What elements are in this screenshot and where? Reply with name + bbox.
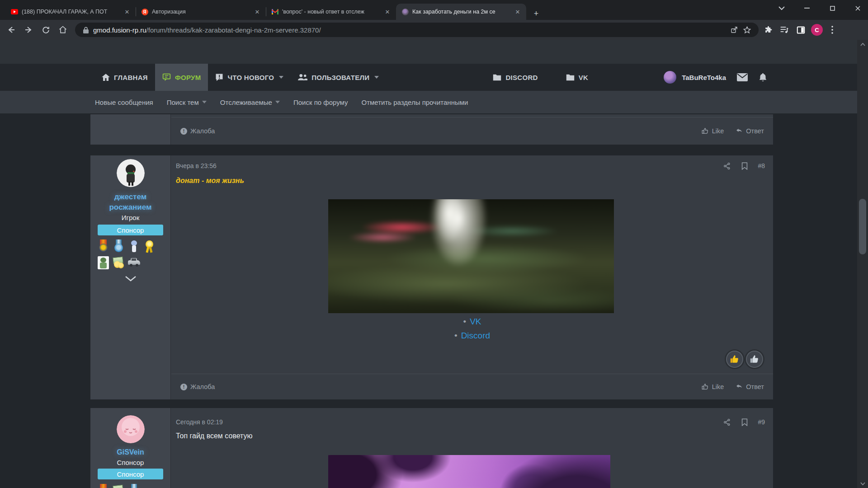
vk-link[interactable]: VK <box>470 317 481 326</box>
sponsor-badge: Спонсор <box>98 469 163 479</box>
discord-link[interactable]: Discord <box>461 331 490 340</box>
attachment-image-purple-anime[interactable] <box>328 455 610 488</box>
media-queue-extension-icon[interactable] <box>778 23 791 37</box>
subnav-mark-read[interactable]: Отметить разделы прочитанными <box>361 99 468 106</box>
money-coins-icon <box>112 256 125 270</box>
folder-icon <box>493 74 501 81</box>
tab-title: 'вопрос' - новый ответ в отслеж <box>282 9 380 15</box>
scrollbar-thumb[interactable] <box>859 199 866 254</box>
tab-gmail[interactable]: 'вопрос' - новый ответ в отслеж ✕ <box>266 4 396 20</box>
tab-title: Как заработать деньги на 2м се <box>412 9 510 15</box>
author-role: Игрок <box>90 214 170 221</box>
reload-button[interactable] <box>39 23 52 37</box>
post-header: Сегодня в 02:19 #9 <box>176 417 765 427</box>
tab-close-icon[interactable]: ✕ <box>253 8 261 16</box>
window-close-button[interactable] <box>847 0 868 16</box>
post-timestamp[interactable]: Сегодня в 02:19 <box>176 418 223 426</box>
new-tab-button[interactable]: + <box>530 7 542 20</box>
window-maximize-button[interactable] <box>822 0 843 16</box>
current-username[interactable]: TaBuReTo4ka <box>682 74 726 81</box>
bookmark-star-icon[interactable] <box>741 23 753 36</box>
bookmark-icon[interactable] <box>741 162 748 170</box>
avatar[interactable] <box>117 415 145 443</box>
money-coins-icon <box>112 484 125 488</box>
tab-close-icon[interactable]: ✕ <box>514 8 522 16</box>
nav-item-forum[interactable]: ФОРУМ <box>155 64 208 91</box>
post-timestamp[interactable]: Вчера в 23:56 <box>176 162 217 169</box>
reply-link[interactable]: Ответ <box>736 383 764 390</box>
browser-window: (188) ПРОКАЧАЛ ГАРАЖ, А ПОТ ✕ Я Авториза… <box>0 0 868 488</box>
like-link[interactable]: Like <box>702 127 724 135</box>
url-host: gmod.fusion-rp.ru <box>93 26 146 34</box>
home-icon <box>102 74 110 81</box>
gmail-favicon-icon <box>271 8 278 15</box>
tab-close-icon[interactable]: ✕ <box>383 8 392 16</box>
nav-item-discord[interactable]: DISCORD <box>486 64 545 91</box>
post-body-text: Топ гайд всем советую <box>176 432 253 440</box>
post-number[interactable]: #8 <box>758 162 765 169</box>
report-link[interactable]: ! Жалоба <box>180 383 215 390</box>
bookmark-icon[interactable] <box>741 418 748 426</box>
inbox-envelope-icon[interactable] <box>737 73 748 81</box>
tab-forum-active[interactable]: Как заработать деньги на 2м се ✕ <box>396 4 526 20</box>
window-minimize-button[interactable] <box>797 0 817 16</box>
url-text[interactable]: gmod.fusion-rp.ru/forum/threads/kak-zara… <box>93 26 728 34</box>
chevron-down-icon <box>374 76 379 79</box>
expand-chevron-icon[interactable] <box>90 276 170 282</box>
nav-item-home[interactable]: ГЛАВНАЯ <box>94 64 155 91</box>
url-path: /forum/threads/kak-zarabotat-dengi-na-2m… <box>146 26 321 34</box>
share-nodes-icon[interactable] <box>723 162 731 170</box>
thumb-up-icon <box>702 127 709 135</box>
subnav-new-posts[interactable]: Новые сообщения <box>95 99 153 106</box>
nav-item-whats-new[interactable]: ЧТО НОВОГО <box>208 64 291 91</box>
address-bar[interactable]: gmod.fusion-rp.ru/forum/threads/kak-zara… <box>75 23 759 37</box>
tab-close-icon[interactable]: ✕ <box>123 8 131 16</box>
post-title-text: донат - моя жизнь <box>176 177 244 185</box>
tab-youtube[interactable]: (188) ПРОКАЧАЛ ГАРАЖ, А ПОТ ✕ <box>5 4 136 20</box>
home-button[interactable] <box>56 23 70 37</box>
pepe-figure-icon <box>97 256 110 270</box>
nav-item-users[interactable]: ПОЛЬЗОВАТЕЛИ <box>291 64 386 91</box>
chevron-down-icon <box>202 101 207 103</box>
post-author-name[interactable]: GiSVein <box>90 448 170 457</box>
page-scrollbar[interactable] <box>857 40 868 488</box>
anime-figure-icon <box>127 239 141 253</box>
gold-rosette-icon <box>143 239 156 253</box>
thumb-up-like-reaction[interactable] <box>746 351 763 368</box>
back-button[interactable] <box>5 23 18 37</box>
report-link[interactable]: ! Жалоба <box>180 127 215 135</box>
avatar[interactable] <box>117 159 145 187</box>
share-nodes-icon[interactable] <box>723 418 731 426</box>
scroll-down-icon[interactable] <box>857 480 868 487</box>
award-icons-row <box>97 484 141 488</box>
browser-toolbar: gmod.fusion-rp.ru/forum/threads/kak-zara… <box>0 20 868 40</box>
forum-header-strip <box>0 40 868 64</box>
forward-button[interactable] <box>22 23 35 37</box>
youtube-favicon-icon <box>11 8 18 15</box>
user-avatar[interactable] <box>664 71 676 84</box>
kebab-menu-icon[interactable] <box>826 23 839 37</box>
medal-red-icon <box>97 484 110 488</box>
like-link[interactable]: Like <box>702 383 724 390</box>
alerts-bell-icon[interactable] <box>759 73 767 82</box>
browser-profile-avatar[interactable]: C <box>811 24 823 36</box>
subnav-watched[interactable]: Отслеживаемые <box>220 99 280 106</box>
discord-link-line: •Discord <box>171 331 773 341</box>
side-panel-icon[interactable] <box>794 23 807 37</box>
attachment-image-night-street[interactable] <box>328 199 614 313</box>
subnav-search-forum[interactable]: Поиск по форуму <box>293 99 348 106</box>
post-author-name[interactable]: джестем росжанием <box>90 192 170 212</box>
subnav-search-threads[interactable]: Поиск тем <box>167 99 207 106</box>
share-icon[interactable] <box>728 23 741 36</box>
post-sidebar: GiSVein Спонсор Спонсор <box>90 408 171 488</box>
yandex-favicon-icon: Я <box>141 8 148 15</box>
thumb-up-emoji-reaction[interactable] <box>726 351 743 368</box>
tab-yandex[interactable]: Я Авторизация ✕ <box>136 4 266 20</box>
extensions-puzzle-icon[interactable] <box>761 23 775 37</box>
scroll-up-icon[interactable] <box>857 41 868 48</box>
author-role: Спонсор <box>90 459 170 466</box>
reply-link[interactable]: Ответ <box>736 127 764 135</box>
nav-item-vk[interactable]: VK <box>559 64 595 91</box>
tab-search-chevron-icon[interactable] <box>771 0 792 16</box>
post-number[interactable]: #9 <box>758 418 765 426</box>
